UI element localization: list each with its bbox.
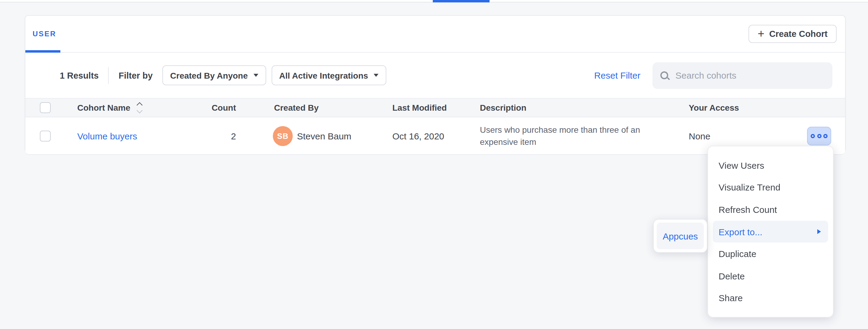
avatar-initials: SB <box>273 126 293 146</box>
integrations-dropdown-label: All Active Integrations <box>279 71 368 80</box>
tab-user[interactable]: USER <box>33 16 56 52</box>
page: USER + Create Cohort 1 Results Filter by… <box>0 0 868 329</box>
avatar: SB <box>273 126 293 146</box>
create-cohort-label: Create Cohort <box>769 29 828 39</box>
filter-by-label: Filter by <box>119 71 153 80</box>
integrations-dropdown[interactable]: All Active Integrations <box>271 65 386 85</box>
created-by-dropdown[interactable]: Created By Anyone <box>162 65 266 85</box>
created-by-dropdown-label: Created By Anyone <box>170 71 248 80</box>
menu-item-export-to-label: Export to... <box>719 226 763 237</box>
header-cohort-name-label: Cohort Name <box>77 103 130 112</box>
header-description: Description <box>480 102 667 114</box>
dot-icon <box>811 134 815 138</box>
row-checkbox-cell <box>40 130 51 141</box>
filter-bar: 1 Results Filter by Created By Anyone Al… <box>25 53 845 98</box>
menu-item-view-users[interactable]: View Users <box>713 154 828 176</box>
menu-item-share[interactable]: Share <box>713 287 828 309</box>
created-by-cell: Steven Baum <box>297 131 351 141</box>
search-box[interactable] <box>652 62 832 89</box>
header-count: Count <box>188 103 236 112</box>
search-input[interactable] <box>674 70 825 81</box>
header-cohort-name[interactable]: Cohort Name <box>77 103 142 112</box>
table-header-row: Cohort Name Count Created By Last Modifi… <box>25 98 845 117</box>
reset-filter-link[interactable]: Reset Filter <box>594 70 641 80</box>
cohort-name-link[interactable]: Volume buyers <box>77 131 137 141</box>
dot-icon <box>823 134 828 138</box>
menu-item-duplicate[interactable]: Duplicate <box>713 243 828 265</box>
plus-icon: + <box>757 28 764 39</box>
header-your-access: Your Access <box>689 103 739 112</box>
header-created-by: Created By <box>274 103 319 112</box>
active-tab-underline <box>25 50 60 53</box>
description-cell: Users who purchase more than three of an… <box>480 124 667 148</box>
your-access-cell: None <box>689 131 710 141</box>
row-actions-button[interactable] <box>807 127 831 145</box>
last-modified-cell: Oct 16, 2020 <box>392 131 444 141</box>
menu-item-visualize-trend[interactable]: Visualize Trend <box>713 176 828 198</box>
tab-user-label: USER <box>33 30 56 38</box>
active-top-tab-indicator <box>433 0 490 2</box>
select-all-checkbox[interactable] <box>40 102 51 113</box>
sort-icon <box>137 103 142 112</box>
menu-item-refresh-count[interactable]: Refresh Count <box>713 198 828 220</box>
row-checkbox[interactable] <box>40 130 51 141</box>
header-last-modified: Last Modified <box>392 103 447 112</box>
count-cell: 2 <box>188 131 236 141</box>
results-count: 1 Results <box>60 71 99 80</box>
export-submenu: Appcues <box>653 219 707 253</box>
cohort-name-cell: Volume buyers <box>77 131 137 141</box>
menu-item-export-to[interactable]: Export to... <box>713 220 828 243</box>
chevron-down-icon <box>253 74 258 77</box>
chevron-down-icon <box>374 74 378 77</box>
card-tab-header: USER + Create Cohort <box>25 16 845 53</box>
dot-icon <box>817 134 821 138</box>
search-icon <box>660 71 668 79</box>
cohorts-card: USER + Create Cohort 1 Results Filter by… <box>25 15 846 153</box>
divider <box>108 67 109 84</box>
submenu-item-appcues[interactable]: Appcues <box>657 223 704 249</box>
row-actions-context-menu: View Users Visualize Trend Refresh Count… <box>707 146 834 318</box>
menu-item-delete[interactable]: Delete <box>713 265 828 287</box>
create-cohort-button[interactable]: + Create Cohort <box>748 25 837 43</box>
submenu-arrow-icon <box>817 229 821 234</box>
select-all-checkbox-cell <box>40 102 51 113</box>
